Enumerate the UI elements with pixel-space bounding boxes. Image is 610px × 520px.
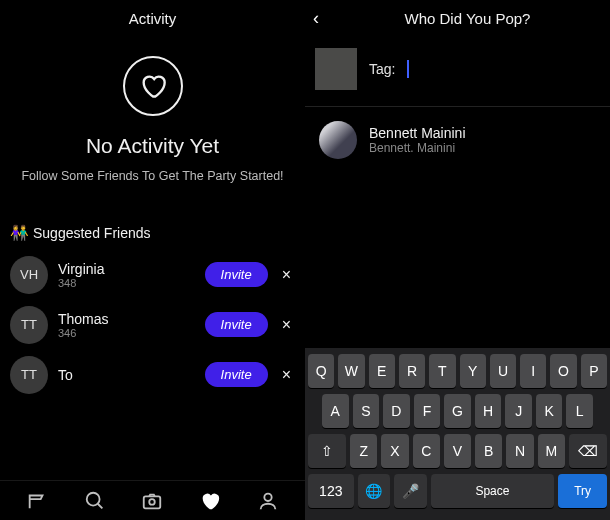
key-globe-icon[interactable]: 🌐: [358, 474, 391, 508]
key-k[interactable]: K: [536, 394, 563, 428]
keyboard-row-3: ⇧ Z X C V B N M ⌫: [308, 434, 607, 468]
key-s[interactable]: S: [353, 394, 380, 428]
key-e[interactable]: E: [369, 354, 395, 388]
back-button[interactable]: ‹: [313, 8, 343, 29]
key-numbers[interactable]: 123: [308, 474, 354, 508]
key-r[interactable]: R: [399, 354, 425, 388]
key-g[interactable]: G: [444, 394, 471, 428]
key-w[interactable]: W: [338, 354, 364, 388]
suggested-friends-list: VH Virginia 348 Invite × TT Thomas 346 I…: [0, 250, 305, 481]
svg-point-3: [264, 493, 271, 500]
invite-button[interactable]: Invite: [205, 312, 268, 337]
bottom-nav: [0, 480, 305, 520]
suggested-friends-header: 👫 Suggested Friends: [0, 216, 305, 250]
heart-circle-icon: [123, 56, 183, 116]
key-b[interactable]: B: [475, 434, 502, 468]
avatar[interactable]: TT: [10, 356, 48, 394]
key-h[interactable]: H: [475, 394, 502, 428]
tag-label: Tag:: [369, 61, 395, 77]
header-title: Activity: [0, 0, 305, 36]
friend-info: Virginia 348: [58, 261, 195, 289]
svg-point-0: [86, 492, 99, 505]
list-item: TT Thomas 346 Invite ×: [0, 300, 305, 350]
user-name: Bennett Mainini: [369, 125, 466, 141]
dismiss-button[interactable]: ×: [278, 366, 295, 384]
tag-input[interactable]: [407, 60, 507, 78]
keyboard-row-4: 123 🌐 🎤 Space Try: [308, 474, 607, 508]
friend-name: Thomas: [58, 311, 195, 327]
keyboard-row-1: Q W E R T Y U I O P: [308, 354, 607, 388]
tag-screen: ‹ Who Did You Pop? Tag: Bennett Mainini …: [305, 0, 610, 520]
key-t[interactable]: T: [429, 354, 455, 388]
key-d[interactable]: D: [383, 394, 410, 428]
suggested-label: Suggested Friends: [33, 225, 151, 241]
user-sub: Bennett. Mainini: [369, 141, 466, 155]
key-c[interactable]: C: [413, 434, 440, 468]
friends-emoji-icon: 👫: [10, 224, 29, 242]
friend-info: To: [58, 367, 195, 383]
key-space[interactable]: Space: [431, 474, 555, 508]
key-backspace[interactable]: ⌫: [569, 434, 607, 468]
photo-thumbnail[interactable]: [315, 48, 357, 90]
nav-activity-icon[interactable]: [191, 482, 229, 520]
friend-name: To: [58, 367, 195, 383]
invite-button[interactable]: Invite: [205, 262, 268, 287]
divider: [305, 106, 610, 107]
key-q[interactable]: Q: [308, 354, 334, 388]
header-title: Who Did You Pop?: [343, 10, 602, 27]
list-item: TT To Invite ×: [0, 350, 305, 400]
avatar: [319, 121, 357, 159]
key-u[interactable]: U: [490, 354, 516, 388]
avatar[interactable]: TT: [10, 306, 48, 344]
key-o[interactable]: O: [550, 354, 576, 388]
svg-point-2: [150, 499, 156, 505]
nav-camera-icon[interactable]: [133, 482, 171, 520]
nav-profile-icon[interactable]: [249, 482, 287, 520]
key-shift[interactable]: ⇧: [308, 434, 346, 468]
empty-subtitle: Follow Some Friends To Get The Party Sta…: [21, 168, 283, 186]
user-suggestion[interactable]: Bennett Mainini Bennett. Mainini: [305, 111, 610, 169]
key-n[interactable]: N: [506, 434, 533, 468]
key-a[interactable]: A: [322, 394, 349, 428]
key-mic-icon[interactable]: 🎤: [394, 474, 427, 508]
keyboard: Q W E R T Y U I O P A S D F G H J K L ⇧ …: [305, 348, 610, 520]
avatar[interactable]: VH: [10, 256, 48, 294]
list-item: VH Virginia 348 Invite ×: [0, 250, 305, 300]
key-action[interactable]: Try: [558, 474, 607, 508]
nav-search-icon[interactable]: [76, 482, 114, 520]
invite-button[interactable]: Invite: [205, 362, 268, 387]
empty-title: No Activity Yet: [86, 134, 219, 158]
friend-sub: 346: [58, 327, 195, 339]
empty-state: No Activity Yet Follow Some Friends To G…: [0, 36, 305, 216]
key-x[interactable]: X: [381, 434, 408, 468]
key-p[interactable]: P: [581, 354, 607, 388]
activity-screen: Activity No Activity Yet Follow Some Fri…: [0, 0, 305, 520]
key-m[interactable]: M: [538, 434, 565, 468]
tag-section: Tag:: [305, 36, 610, 102]
key-y[interactable]: Y: [460, 354, 486, 388]
keyboard-row-2: A S D F G H J K L: [308, 394, 607, 428]
user-info: Bennett Mainini Bennett. Mainini: [369, 125, 466, 155]
friend-name: Virginia: [58, 261, 195, 277]
key-l[interactable]: L: [566, 394, 593, 428]
key-i[interactable]: I: [520, 354, 546, 388]
dismiss-button[interactable]: ×: [278, 266, 295, 284]
key-z[interactable]: Z: [350, 434, 377, 468]
friend-info: Thomas 346: [58, 311, 195, 339]
key-f[interactable]: F: [414, 394, 441, 428]
nav-home-icon[interactable]: [18, 482, 56, 520]
header: ‹ Who Did You Pop?: [305, 0, 610, 36]
key-v[interactable]: V: [444, 434, 471, 468]
dismiss-button[interactable]: ×: [278, 316, 295, 334]
svg-rect-1: [144, 496, 161, 508]
friend-sub: 348: [58, 277, 195, 289]
key-j[interactable]: J: [505, 394, 532, 428]
